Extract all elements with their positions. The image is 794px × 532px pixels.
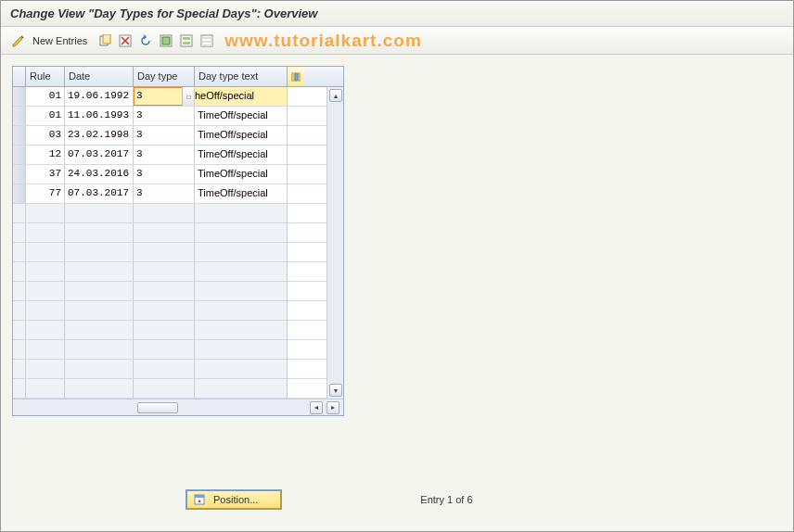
- copy-as-icon[interactable]: [96, 32, 113, 49]
- cell-rule[interactable]: [26, 340, 65, 359]
- delete-icon[interactable]: [117, 32, 134, 49]
- cell-daytype-text[interactable]: [195, 360, 288, 378]
- cell-date[interactable]: [65, 360, 134, 378]
- cell-daytype-text[interactable]: [195, 340, 288, 359]
- cell-daytype-text[interactable]: [195, 321, 288, 339]
- cell-daytype[interactable]: [134, 321, 195, 339]
- cell-rule[interactable]: [26, 282, 65, 300]
- row-selector[interactable]: [13, 223, 26, 242]
- row-selector[interactable]: [13, 243, 26, 261]
- cell-daytype[interactable]: [134, 282, 195, 300]
- cell-daytype[interactable]: 3: [134, 184, 195, 203]
- cell-date[interactable]: [65, 321, 134, 339]
- cell-date[interactable]: [65, 301, 134, 320]
- cell-daytype[interactable]: [134, 223, 195, 242]
- cell-daytype[interactable]: [134, 204, 195, 222]
- cell-daytype[interactable]: [134, 379, 195, 398]
- cell-rule[interactable]: 01: [26, 107, 65, 125]
- scroll-left-icon[interactable]: ◂: [310, 401, 323, 414]
- undo-icon[interactable]: [137, 32, 154, 49]
- cell-daytype-text[interactable]: TimeOff/special: [195, 184, 288, 203]
- cell-daytype[interactable]: 3: [134, 126, 195, 145]
- cell-date[interactable]: [65, 340, 134, 359]
- cell-date[interactable]: 07.03.2017: [65, 146, 134, 164]
- cell-daytype-text[interactable]: TimeOff/special: [195, 146, 288, 164]
- cell-daytype-text[interactable]: heOff/special: [195, 87, 288, 106]
- cell-rule[interactable]: 12: [26, 146, 65, 164]
- toggle-display-change-icon[interactable]: [10, 32, 27, 49]
- cell-rule[interactable]: [26, 243, 65, 261]
- row-selector[interactable]: [13, 379, 26, 398]
- row-selector[interactable]: [13, 321, 26, 339]
- cell-rule[interactable]: [26, 301, 65, 320]
- select-all-icon[interactable]: [158, 32, 174, 49]
- cell-daytype[interactable]: [134, 340, 195, 359]
- scroll-down-icon[interactable]: ▾: [329, 384, 342, 397]
- select-block-icon[interactable]: [178, 32, 195, 49]
- cell-daytype-text[interactable]: [195, 243, 288, 261]
- cell-daytype-text[interactable]: [195, 262, 288, 281]
- cell-daytype-text[interactable]: [195, 282, 288, 300]
- row-selector[interactable]: [13, 146, 26, 164]
- cell-daytype[interactable]: [134, 301, 195, 320]
- cell-rule[interactable]: [26, 204, 65, 222]
- horizontal-scrollbar[interactable]: ◂ ▸: [13, 399, 343, 415]
- row-selector[interactable]: [13, 87, 26, 106]
- row-selector[interactable]: [13, 107, 26, 125]
- cell-daytype[interactable]: [134, 262, 195, 281]
- cell-daytype[interactable]: [134, 243, 195, 261]
- cell-date[interactable]: 11.06.1993: [65, 107, 134, 125]
- cell-date[interactable]: 23.02.1998: [65, 126, 134, 145]
- cell-daytype[interactable]: 3: [134, 146, 195, 164]
- row-selector[interactable]: [13, 165, 26, 184]
- new-entries-button[interactable]: New Entries: [32, 35, 87, 46]
- cell-date[interactable]: 19.06.1992: [65, 87, 134, 106]
- row-selector[interactable]: [13, 126, 26, 145]
- row-selector[interactable]: [13, 340, 26, 359]
- configure-columns-icon[interactable]: [288, 67, 304, 86]
- deselect-all-icon[interactable]: [198, 32, 215, 49]
- column-header-rule[interactable]: Rule: [26, 67, 65, 86]
- scroll-handle[interactable]: [137, 402, 178, 413]
- cell-daytype[interactable]: 3☐: [134, 87, 195, 106]
- vertical-scrollbar[interactable]: ▴ ▾: [327, 87, 343, 399]
- row-selector[interactable]: [13, 204, 26, 222]
- cell-rule[interactable]: 01: [26, 87, 65, 106]
- cell-date[interactable]: [65, 262, 134, 281]
- scroll-up-icon[interactable]: ▴: [329, 89, 342, 102]
- cell-date[interactable]: [65, 379, 134, 398]
- row-selector[interactable]: [13, 301, 26, 320]
- cell-date[interactable]: 24.03.2016: [65, 165, 134, 184]
- column-header-date[interactable]: Date: [65, 67, 134, 86]
- cell-date[interactable]: [65, 282, 134, 300]
- cell-daytype-text[interactable]: [195, 204, 288, 222]
- column-header-daytype[interactable]: Day type: [134, 67, 195, 86]
- row-selector[interactable]: [13, 282, 26, 300]
- column-header-selector[interactable]: [13, 67, 26, 86]
- position-button[interactable]: Position...: [186, 490, 281, 509]
- column-header-daytype-text[interactable]: Day type text: [195, 67, 288, 86]
- cell-rule[interactable]: [26, 262, 65, 281]
- cell-daytype-text[interactable]: TimeOff/special: [195, 107, 288, 125]
- cell-date[interactable]: 07.03.2017: [65, 184, 134, 203]
- cell-date[interactable]: [65, 243, 134, 261]
- row-selector[interactable]: [13, 184, 26, 203]
- cell-date[interactable]: [65, 204, 134, 222]
- cell-daytype-text[interactable]: [195, 223, 288, 242]
- cell-rule[interactable]: 37: [26, 165, 65, 184]
- cell-daytype-text[interactable]: [195, 301, 288, 320]
- value-help-icon[interactable]: ☐: [182, 87, 195, 106]
- cell-rule[interactable]: 77: [26, 184, 65, 203]
- cell-rule[interactable]: 03: [26, 126, 65, 145]
- cell-daytype-text[interactable]: TimeOff/special: [195, 165, 288, 184]
- cell-date[interactable]: [65, 223, 134, 242]
- cell-daytype-text[interactable]: TimeOff/special: [195, 126, 288, 145]
- cell-daytype[interactable]: 3: [134, 165, 195, 184]
- cell-rule[interactable]: [26, 223, 65, 242]
- cell-rule[interactable]: [26, 321, 65, 339]
- row-selector[interactable]: [13, 360, 26, 378]
- cell-rule[interactable]: [26, 360, 65, 378]
- cell-daytype[interactable]: [134, 360, 195, 378]
- row-selector[interactable]: [13, 262, 26, 281]
- cell-rule[interactable]: [26, 379, 65, 398]
